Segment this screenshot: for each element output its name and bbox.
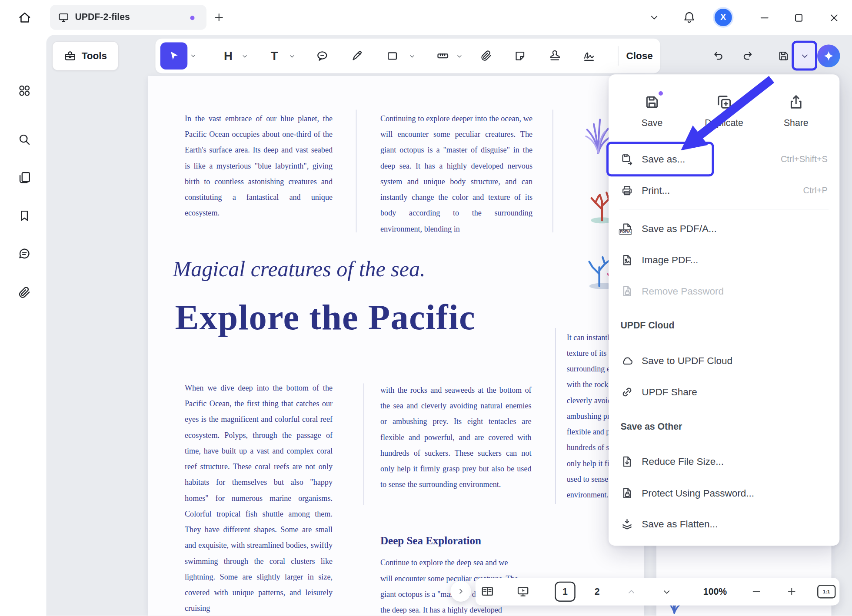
save-as-icon	[621, 152, 634, 166]
close-editor-button[interactable]: Close	[622, 43, 658, 69]
tools-label: Tools	[82, 50, 107, 62]
page-button-2[interactable]: 2	[589, 582, 606, 602]
undo-icon	[711, 50, 724, 63]
document-subtitle: Magical creatures of the sea.	[173, 256, 426, 282]
close-icon	[828, 12, 840, 24]
shape-tool-button[interactable]	[386, 50, 399, 63]
menu-item-print[interactable]: Print... Ctrl+P	[613, 175, 835, 207]
tabs-chevron-button[interactable]	[649, 12, 660, 23]
document-paragraph: When we dive deep into the bottom of the…	[185, 380, 333, 616]
menu-item-save-as[interactable]: Save as... Ctrl+Shift+S	[613, 143, 835, 175]
ai-assistant-button[interactable]	[817, 45, 840, 68]
tools-button[interactable]: Tools	[52, 41, 119, 71]
maximize-button[interactable]	[793, 12, 805, 24]
redo-button[interactable]	[742, 50, 755, 63]
signature-tool-button[interactable]	[582, 50, 596, 63]
menu-item-protect-using-password[interactable]: Protect Using Password...	[613, 477, 835, 509]
home-icon	[17, 10, 32, 25]
document-line: Continue to explore the deep sea and we	[380, 555, 508, 571]
measure-tool-chevron-icon[interactable]	[456, 53, 463, 60]
bookmark-icon[interactable]	[17, 209, 32, 223]
close-window-button[interactable]	[828, 12, 840, 24]
presenter-pointer-icon	[516, 585, 530, 598]
attach-tool-button[interactable]	[480, 50, 493, 63]
page-button-1[interactable]: 1	[555, 582, 576, 602]
editor-toolbar: H T	[156, 39, 660, 73]
measure-tool-button[interactable]	[436, 50, 449, 63]
sticker-tool-button[interactable]	[513, 50, 526, 63]
shape-tool-chevron-icon[interactable]	[409, 53, 416, 60]
shortcut-label: Ctrl+P	[803, 186, 828, 196]
maximize-icon	[793, 12, 805, 24]
chevron-down-icon	[800, 51, 810, 61]
minimize-button[interactable]	[759, 12, 771, 24]
app-window: UPDF-2-files X	[0, 0, 852, 616]
document-line: environment.	[567, 487, 609, 503]
share-icon	[787, 93, 805, 112]
document-heading: Deep Sea Exploration	[380, 534, 481, 547]
bell-icon	[682, 10, 696, 24]
menu-item-image-pdf[interactable]: Image PDF...	[613, 245, 835, 276]
menu-quick-actions: Save Duplicate Share	[625, 89, 823, 141]
heading-tool-button[interactable]: H	[221, 49, 236, 63]
two-page-view-icon	[480, 584, 495, 599]
left-sidebar	[0, 35, 46, 616]
remove-password-icon	[621, 285, 634, 298]
notifications-button[interactable]	[682, 10, 696, 24]
pdfa-icon: PDF/A	[621, 222, 634, 235]
expand-nav-button[interactable]	[450, 581, 471, 602]
undo-button[interactable]	[711, 50, 724, 63]
previous-page-button[interactable]	[626, 587, 636, 597]
document-tab[interactable]: UPDF-2-files	[50, 5, 206, 30]
next-page-button[interactable]	[662, 587, 672, 597]
new-tab-button[interactable]	[213, 11, 225, 23]
save-button[interactable]	[777, 50, 790, 63]
apps-grid-icon[interactable]	[17, 84, 32, 98]
heading-tool-chevron-icon[interactable]	[241, 53, 248, 60]
presenter-button[interactable]	[516, 585, 530, 598]
menu-item-save-as-pdfa[interactable]: PDF/A Save as PDF/A...	[613, 213, 835, 245]
title-bar: UPDF-2-files X	[0, 0, 852, 35]
toolbar-divider	[618, 46, 618, 66]
menu-item-save-as-flatten[interactable]: Save as Flatten...	[613, 508, 835, 540]
chevron-up-icon	[626, 587, 636, 597]
ai-sparkle-icon	[822, 50, 835, 63]
menu-item-updf-share[interactable]: UPDF Share	[613, 376, 835, 408]
unsaved-dot	[190, 16, 195, 20]
monitor-icon	[58, 11, 70, 23]
column-rule	[363, 384, 363, 505]
select-tool-button[interactable]	[160, 43, 188, 70]
zoom-level[interactable]: 100%	[700, 578, 730, 606]
text-tool-chevron-icon[interactable]	[289, 53, 296, 60]
text-tool-button[interactable]: T	[267, 49, 282, 63]
chevron-down-icon	[662, 587, 672, 597]
menu-item-save-to-updf-cloud[interactable]: Save to UPDF Cloud	[613, 345, 835, 377]
image-pdf-icon	[621, 254, 634, 267]
flatten-icon	[621, 517, 634, 530]
print-icon	[621, 184, 634, 197]
stamp-tool-button[interactable]	[548, 50, 561, 63]
account-avatar[interactable]: X	[713, 7, 734, 28]
attachments-icon[interactable]	[17, 286, 32, 300]
save-dropdown-button[interactable]	[794, 43, 815, 69]
menu-section-updf-cloud: UPDF Cloud	[621, 316, 675, 336]
zoom-out-button[interactable]	[751, 586, 762, 597]
fit-actual-size-button[interactable]: 1:1	[817, 585, 836, 598]
select-tool-chevron-icon[interactable]	[190, 52, 196, 59]
column-rule	[552, 110, 553, 233]
home-button[interactable]	[15, 8, 34, 27]
search-icon[interactable]	[17, 132, 32, 147]
reading-view-button[interactable]	[480, 584, 495, 599]
menu-action-duplicate[interactable]: Duplicate	[697, 89, 751, 141]
comments-icon[interactable]	[17, 247, 32, 261]
menu-action-save[interactable]: Save	[625, 89, 679, 141]
save-icon	[643, 93, 662, 112]
menu-item-reduce-file-size[interactable]: Reduce File Size...	[613, 446, 835, 477]
chevron-right-icon	[456, 586, 466, 596]
page-thumbnails-icon[interactable]	[17, 171, 32, 185]
comment-tool-button[interactable]	[316, 50, 329, 63]
pen-tool-button[interactable]	[350, 50, 363, 63]
menu-action-share[interactable]: Share	[769, 89, 823, 141]
cloud-icon	[621, 354, 634, 367]
zoom-in-button[interactable]	[786, 586, 797, 597]
